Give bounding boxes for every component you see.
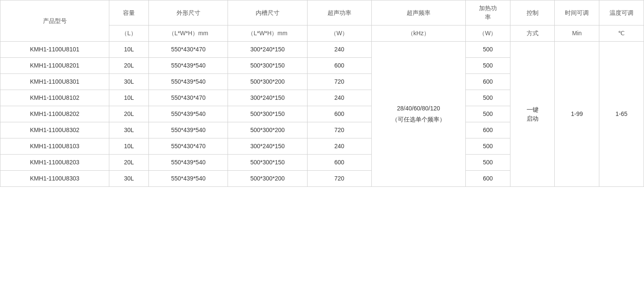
cell-model: KMH1-1100U8101 [0, 42, 109, 58]
cell-capacity: 10L [109, 90, 149, 106]
cell-model: KMH1-1100U8103 [0, 138, 109, 155]
cell-outer-size: 550*439*540 [149, 155, 228, 171]
header-ufreq-label: 超声频率 [371, 0, 465, 25]
header-temp-label: 温度可调 [599, 0, 644, 25]
header-ufreq-unit: （kHz） [371, 25, 465, 42]
header-time-unit: Min [555, 25, 599, 42]
header-ctrl-label: 控制 [510, 0, 555, 25]
cell-capacity: 10L [109, 42, 149, 58]
header-temp-unit: ℃ [599, 25, 644, 42]
cell-model: KMH1-1100U8102 [0, 90, 109, 106]
cell-inner-size: 300*240*150 [228, 138, 307, 155]
cell-outer-size: 550*430*470 [149, 42, 228, 58]
cell-temp: 1-65 [599, 42, 644, 187]
cell-inner-size: 500*300*150 [228, 106, 307, 122]
table-row: KMH1-1100U810110L550*430*470300*240*1502… [0, 42, 644, 58]
cell-outer-size: 550*439*540 [149, 171, 228, 187]
cell-inner-size: 500*300*200 [228, 122, 307, 138]
product-table: 产品型号 容量 外形尺寸 内槽尺寸 超声功率 超声频率 加热功率 [0, 0, 644, 187]
cell-capacity: 20L [109, 106, 149, 122]
cell-ultrasonic-power: 720 [307, 74, 371, 90]
header-upower-unit: （W） [307, 25, 371, 42]
cell-ultrasonic-power: 720 [307, 171, 371, 187]
cell-inner-size: 500*300*150 [228, 58, 307, 74]
cell-heating-power: 600 [465, 74, 510, 90]
header-time-label: 时间可调 [555, 0, 599, 25]
header-inner-label: 内槽尺寸 [228, 0, 307, 25]
cell-time: 1-99 [555, 42, 599, 187]
cell-model: KMH1-1100U8302 [0, 122, 109, 138]
cell-capacity: 30L [109, 74, 149, 90]
cell-capacity: 10L [109, 138, 149, 155]
cell-ultrasonic-power: 240 [307, 138, 371, 155]
header-capacity-label: 容量 [109, 0, 149, 25]
cell-heating-power: 600 [465, 122, 510, 138]
cell-heating-power: 600 [465, 171, 510, 187]
header-outer-label: 外形尺寸 [149, 0, 228, 25]
cell-outer-size: 550*430*470 [149, 90, 228, 106]
cell-model: KMH1-1100U8202 [0, 106, 109, 122]
cell-capacity: 30L [109, 122, 149, 138]
cell-heating-power: 500 [465, 90, 510, 106]
cell-heating-power: 500 [465, 138, 510, 155]
header-hpower-label: 加热功率 [465, 0, 510, 25]
cell-model: KMH1-1100U8301 [0, 74, 109, 90]
header-upower-label: 超声功率 [307, 0, 371, 25]
cell-ultrasonic-freq: 28/40/60/80/120（可任选单个频率） [371, 42, 465, 187]
cell-ultrasonic-power: 240 [307, 90, 371, 106]
cell-outer-size: 550*439*540 [149, 122, 228, 138]
cell-outer-size: 550*439*540 [149, 74, 228, 90]
cell-capacity: 20L [109, 58, 149, 74]
cell-outer-size: 550*439*540 [149, 58, 228, 74]
header-inner-unit: （L*W*H）mm [228, 25, 307, 42]
cell-ultrasonic-power: 600 [307, 155, 371, 171]
header-hpower-unit: （W） [465, 25, 510, 42]
cell-inner-size: 300*240*150 [228, 90, 307, 106]
cell-ultrasonic-power: 720 [307, 122, 371, 138]
cell-outer-size: 550*439*540 [149, 106, 228, 122]
table-body: KMH1-1100U810110L550*430*470300*240*1502… [0, 42, 644, 187]
cell-inner-size: 500*300*150 [228, 155, 307, 171]
cell-heating-power: 500 [465, 58, 510, 74]
cell-heating-power: 500 [465, 106, 510, 122]
header-capacity-unit: （L） [109, 25, 149, 42]
header-ctrl-sub: 方式 [510, 25, 555, 42]
header-model: 产品型号 [0, 0, 109, 42]
cell-heating-power: 500 [465, 155, 510, 171]
cell-ultrasonic-power: 240 [307, 42, 371, 58]
header-row-1: 产品型号 容量 外形尺寸 内槽尺寸 超声功率 超声频率 加热功率 [0, 0, 644, 25]
cell-model: KMH1-1100U8303 [0, 171, 109, 187]
cell-outer-size: 550*430*470 [149, 138, 228, 155]
table-container: 产品型号 容量 外形尺寸 内槽尺寸 超声功率 超声频率 加热功率 [0, 0, 644, 296]
cell-control: 一键启动 [510, 42, 555, 187]
cell-ultrasonic-power: 600 [307, 106, 371, 122]
cell-model: KMH1-1100U8201 [0, 58, 109, 74]
cell-inner-size: 300*240*150 [228, 42, 307, 58]
cell-heating-power: 500 [465, 42, 510, 58]
cell-inner-size: 500*300*200 [228, 171, 307, 187]
cell-model: KMH1-1100U8203 [0, 155, 109, 171]
header-outer-unit: （L*W*H）mm [149, 25, 228, 42]
cell-capacity: 20L [109, 155, 149, 171]
cell-inner-size: 500*300*200 [228, 74, 307, 90]
cell-capacity: 30L [109, 171, 149, 187]
cell-ultrasonic-power: 600 [307, 58, 371, 74]
